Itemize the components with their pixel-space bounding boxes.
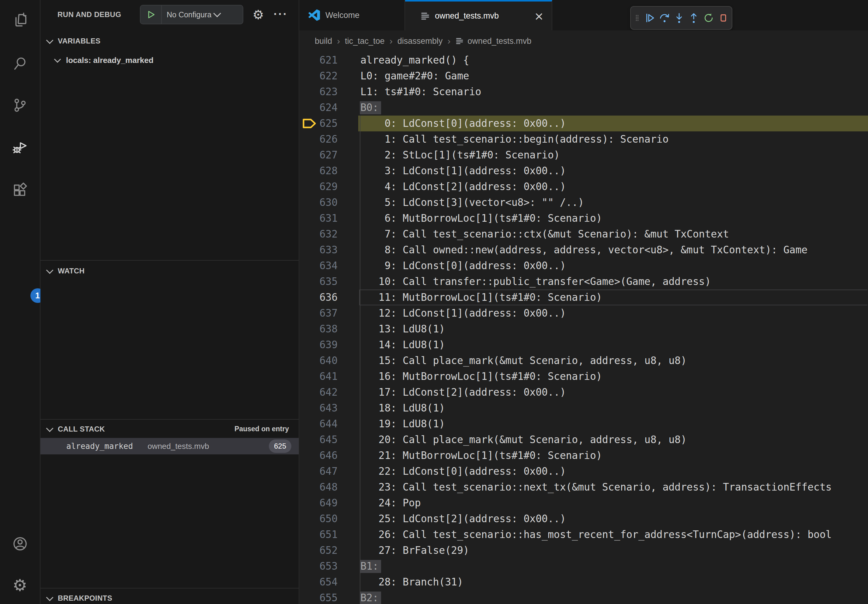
locals-tree-item[interactable]: locals: already_marked (40, 52, 299, 68)
block-label: B0: (360, 101, 381, 115)
activity-bar: 1 ⚙ (0, 0, 40, 604)
code-text: 12: LdConst[1](address: 0x00..) (360, 305, 566, 321)
line-number: 650 (299, 511, 338, 527)
line-number: 644 (299, 416, 338, 432)
code-line-652[interactable]: 652 27: BrFalse(29) (299, 542, 868, 558)
manage-gear-icon[interactable]: ⚙ (12, 577, 28, 593)
code-line-623[interactable]: 623L1: ts#1#0: Scenario (299, 84, 868, 100)
code-line-651[interactable]: 651 26: Call test_scenario::has_most_rec… (299, 527, 868, 542)
search-icon[interactable] (12, 56, 28, 71)
code-line-645[interactable]: 645 20: Call place_mark(&mut Scenario, a… (299, 432, 868, 448)
breadcrumb-item[interactable]: disassembly (397, 37, 443, 46)
code-line-654[interactable]: 654 28: Branch(31) (299, 574, 868, 590)
code-line-639[interactable]: 639 14: LdU8(1) (299, 337, 868, 353)
source-control-icon[interactable] (12, 97, 28, 113)
more-actions-icon[interactable]: ··· (271, 0, 290, 28)
code-line-626[interactable]: 626 1: Call test_scenario::begin(address… (299, 132, 868, 147)
code-line-647[interactable]: 647 22: LdConst[0](address: 0x00..) (299, 463, 868, 479)
code-line-635[interactable]: 635 10: Call transfer::public_transfer<G… (299, 274, 868, 290)
code-text: 4: LdConst[2](address: 0x00..) (360, 179, 566, 195)
line-number: 647 (299, 463, 338, 479)
step-into-button[interactable] (673, 11, 685, 25)
code-line-628[interactable]: 628 3: LdConst[1](address: 0x00..) (299, 163, 868, 179)
watch-section-header[interactable]: WATCH (40, 262, 299, 280)
step-over-button[interactable] (659, 11, 671, 25)
code-line-625[interactable]: 625 0: LdConst[0](address: 0x00..) (299, 116, 868, 132)
line-number: 639 (299, 337, 338, 353)
code-line-636[interactable]: 636 11: MutBorrowLoc[1](ts#1#0: Scenario… (299, 290, 868, 305)
run-and-debug-icon[interactable]: 1 (12, 140, 28, 156)
tab-label: Welcome (326, 11, 360, 20)
code-text: 0: LdConst[0](address: 0x00..) (360, 116, 566, 132)
line-number: 629 (299, 179, 338, 195)
code-text: L0: game#2#0: Game (360, 68, 469, 84)
code-text: 26: Call test_scenario::has_most_recent_… (360, 527, 832, 542)
code-text: 8: Call owned::new(address, address, vec… (360, 242, 808, 258)
code-line-642[interactable]: 642 17: LdConst[2](address: 0x00..) (299, 384, 868, 400)
stop-button[interactable] (717, 11, 729, 25)
code-area[interactable]: 621already_marked() {622L0: game#2#0: Ga… (299, 52, 868, 604)
tab-owned-tests[interactable]: owned_tests.mvb × (405, 0, 552, 30)
code-line-644[interactable]: 644 19: LdU8(1) (299, 416, 868, 432)
code-line-641[interactable]: 641 16: MutBorrowLoc[1](ts#1#0: Scenario… (299, 369, 868, 384)
code-line-646[interactable]: 646 21: MutBorrowLoc[1](ts#1#0: Scenario… (299, 448, 868, 463)
code-text: 25: LdConst[2](address: 0x00..) (360, 511, 566, 527)
file-lines-icon (420, 11, 430, 21)
line-number: 632 (299, 226, 338, 242)
tab-welcome[interactable]: Welcome (299, 0, 405, 30)
code-line-621[interactable]: 621already_marked() { (299, 52, 868, 68)
breadcrumb-item[interactable]: tic_tac_toe (345, 37, 385, 46)
line-number: 654 (299, 574, 338, 590)
editor-group: Welcome owned_tests.mvb × (299, 0, 868, 604)
breadcrumb-item[interactable]: owned_tests.mvb (467, 37, 531, 46)
frame-function-name: already_marked (66, 441, 133, 451)
code-line-633[interactable]: 633 8: Call owned::new(address, address,… (299, 242, 868, 258)
breadcrumb: build › tic_tac_toe › disassembly › owne… (299, 30, 868, 52)
block-label: B1: (360, 560, 381, 573)
toolbar-gripper-icon[interactable] (633, 11, 641, 25)
line-number: 622 (299, 68, 338, 84)
code-line-650[interactable]: 650 25: LdConst[2](address: 0x00..) (299, 511, 868, 527)
close-icon[interactable]: × (534, 10, 544, 22)
debug-settings-gear-icon[interactable]: ⚙ (249, 0, 267, 29)
code-line-632[interactable]: 632 7: Call test_scenario::ctx(&mut Scen… (299, 226, 868, 242)
code-line-640[interactable]: 640 15: Call place_mark(&mut Scenario, a… (299, 353, 868, 369)
code-line-649[interactable]: 649 24: Pop (299, 495, 868, 511)
code-line-637[interactable]: 637 12: LdConst[1](address: 0x00..) (299, 305, 868, 321)
code-line-648[interactable]: 648 23: Call test_scenario::next_tx(&mut… (299, 479, 868, 495)
call-stack-frame-row[interactable]: already_marked owned_tests.mvb 625 (40, 438, 299, 454)
code-line-634[interactable]: 634 9: LdConst[0](address: 0x00..) (299, 258, 868, 274)
code-text: 9: LdConst[0](address: 0x00..) (360, 258, 566, 274)
line-number: 643 (299, 400, 338, 416)
line-number: 626 (299, 132, 338, 147)
code-line-624[interactable]: 624B0: (299, 100, 868, 116)
line-number: 630 (299, 195, 338, 211)
start-debug-button[interactable] (141, 5, 162, 24)
variables-section-header[interactable]: VARIABLES (40, 32, 299, 51)
code-text: 27: BrFalse(29) (360, 542, 469, 558)
code-line-643[interactable]: 643 18: LdU8(1) (299, 400, 868, 416)
accounts-icon[interactable] (12, 536, 28, 552)
code-line-630[interactable]: 630 5: LdConst[3](vector<u8>: "" /..) (299, 195, 868, 211)
debug-config-dropdown[interactable]: No Configura (140, 5, 243, 24)
line-number: 638 (299, 321, 338, 337)
breakpoints-section-header[interactable]: BREAKPOINTS (40, 589, 299, 604)
code-text: 2: StLoc[1](ts#1#0: Scenario) (360, 147, 560, 163)
code-line-622[interactable]: 622L0: game#2#0: Game (299, 68, 868, 84)
line-number: 649 (299, 495, 338, 511)
code-line-629[interactable]: 629 4: LdConst[2](address: 0x00..) (299, 179, 868, 195)
sidebar-title: RUN AND DEBUG (57, 0, 121, 29)
restart-button[interactable] (702, 11, 715, 25)
code-line-638[interactable]: 638 13: LdU8(1) (299, 321, 868, 337)
step-out-button[interactable] (688, 11, 700, 25)
code-line-655[interactable]: 655B2: (299, 590, 868, 604)
code-line-653[interactable]: 653B1: (299, 558, 868, 574)
breadcrumb-item[interactable]: build (315, 37, 332, 46)
extensions-icon[interactable] (12, 183, 28, 198)
explorer-icon[interactable] (12, 12, 28, 28)
gear-glyph: ⚙ (12, 576, 27, 595)
continue-button[interactable] (644, 11, 656, 25)
code-line-631[interactable]: 631 6: MutBorrowLoc[1](ts#1#0: Scenario) (299, 211, 868, 226)
code-line-627[interactable]: 627 2: StLoc[1](ts#1#0: Scenario) (299, 147, 868, 163)
code-text: 13: LdU8(1) (360, 321, 445, 337)
